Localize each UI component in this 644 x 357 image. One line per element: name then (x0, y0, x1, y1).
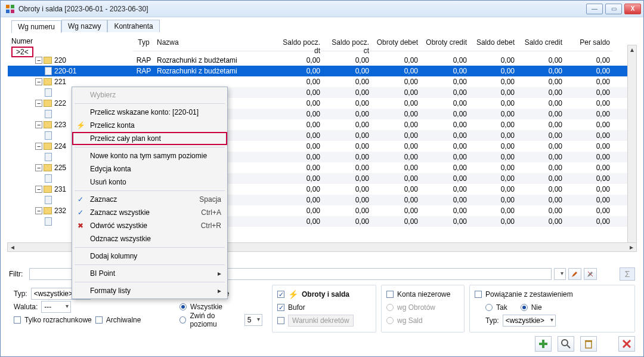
maximize-button[interactable]: ▭ (605, 4, 622, 14)
col-typ[interactable]: Typ (133, 35, 154, 51)
context-menu: Wybierz Przelicz wskazane konto: [220-01… (72, 87, 228, 299)
obroty-salda-checkbox[interactable] (277, 291, 284, 298)
nie-radio[interactable] (521, 304, 528, 311)
konta-niezerowe-label: Konta niezerowe (397, 290, 450, 298)
svg-rect-9 (586, 341, 592, 348)
svg-rect-3 (11, 10, 14, 13)
waluta-select[interactable]: --- (41, 301, 71, 313)
doc-icon (45, 67, 52, 75)
sigma-button[interactable]: Σ (620, 267, 635, 281)
typ-label: Typ: (14, 290, 27, 298)
folder-icon (44, 121, 52, 128)
col-saldo-debet[interactable]: Saldo debet (469, 35, 517, 51)
warunki-dekretow-button: Warunki dekretów (288, 315, 354, 327)
obroty-salda-label: Obroty i salda (302, 290, 349, 298)
ctx-dodaj-kolumny[interactable]: Dodaj kolumny (72, 250, 227, 263)
col-saldo-pocz-dt[interactable]: Saldo pocz. dt (274, 35, 323, 51)
ctx-przelicz-konta[interactable]: ⚡Przelicz konta (72, 119, 227, 132)
ctx-bi-point[interactable]: BI Point▸ (72, 267, 227, 280)
table-row[interactable]: RAPRozrachunki z budżetami0,000,000,000,… (133, 55, 636, 66)
warunki-checkbox[interactable] (277, 317, 284, 324)
ctx-edycja-konta[interactable]: Edycja konta (72, 162, 227, 176)
nie-label: Nie (531, 303, 542, 312)
powiazanie-checkbox[interactable] (475, 291, 482, 298)
archiwalne-label: Archiwalne (106, 316, 141, 324)
ctx-przelicz-caly-plan[interactable]: Przelicz cały plan kont (72, 132, 227, 145)
svg-rect-10 (585, 340, 592, 341)
filtr-dropdown[interactable] (554, 268, 566, 280)
close-button[interactable]: X (624, 4, 641, 14)
bolt-icon: ⚡ (76, 121, 85, 130)
tab-wg-numeru[interactable]: Wg numeru (11, 20, 61, 33)
ctx-odwroc-wszystkie[interactable]: ✖Odwróć wszystkieCtrl+R (72, 219, 227, 232)
wg-sald-label: wg Sald (397, 316, 423, 325)
ctx-usun-konto[interactable]: Usuń konto (72, 176, 227, 189)
archiwalne-checkbox[interactable] (95, 316, 103, 324)
cancel-button[interactable] (618, 336, 635, 352)
app-icon (5, 4, 15, 14)
tree-header-label: Numer (11, 37, 129, 45)
delete-button[interactable] (580, 336, 597, 352)
konta-niezerowe-checkbox[interactable] (386, 291, 394, 298)
bufor-checkbox[interactable] (277, 304, 284, 311)
ctx-formaty-listy[interactable]: Formaty listy▸ (72, 284, 227, 297)
col-nazwa[interactable]: Nazwa (154, 35, 274, 51)
search-button[interactable] (558, 336, 574, 352)
minimize-button[interactable]: — (586, 4, 603, 14)
tree-node[interactable]: −220 (8, 55, 133, 66)
col-per-saldo[interactable]: Per saldo (565, 35, 612, 51)
col-saldo-pocz-ct[interactable]: Saldo pocz. ct (323, 35, 371, 51)
doc-icon (45, 217, 52, 226)
col-obroty-debet[interactable]: Obroty debet (371, 35, 420, 51)
filtr-edit-button[interactable] (568, 268, 581, 280)
zwin-label: Zwiń do poziomu (190, 312, 240, 328)
filtr-clear-button[interactable] (584, 268, 597, 280)
wg-obrotow-label: wg Obrotów (397, 303, 435, 312)
doc-icon (45, 153, 52, 161)
svg-rect-0 (6, 5, 10, 8)
invert-icon: ✖ (76, 221, 85, 230)
ctx-zaznacz-wszystkie[interactable]: ✓Zaznacz wszystkieCtrl+A (72, 206, 227, 219)
bufor-label: Bufor (288, 303, 305, 312)
doc-icon (45, 174, 52, 183)
waluta-label: Waluta: (14, 303, 38, 311)
folder-icon (44, 100, 52, 107)
tab-kontrahenta[interactable]: Kontrahenta (107, 20, 159, 32)
table-row[interactable]: 0,000,000,000,000,000,000,00 (133, 76, 636, 87)
vertical-scrollbar[interactable]: ▴▾ (627, 45, 637, 252)
table-row[interactable]: RAPRozrachunki z budżetami0,000,000,000,… (133, 66, 636, 76)
folder-icon (44, 207, 52, 214)
col-obroty-credit[interactable]: Obroty credit (420, 35, 469, 51)
tylko-rozrachunkowe-checkbox[interactable] (14, 316, 21, 324)
powiazanie-label: Powiązanie z zestawieniem (485, 290, 573, 298)
window-title: Obroty i salda [2023-06-01 - 2023-06-30] (17, 5, 586, 13)
ctx-odznacz-wszystkie[interactable]: Odznacz wszystkie (72, 232, 227, 245)
wszystkie-label: Wszystkie (190, 303, 222, 311)
ctx-zaznacz[interactable]: ✓ZaznaczSpacja (72, 193, 227, 206)
tree-node[interactable]: −221 (8, 76, 133, 87)
right-typ-label: Typ: (485, 316, 499, 325)
folder-icon (44, 164, 52, 171)
wszystkie-radio[interactable] (179, 303, 187, 310)
titlebar: Obroty i salda [2023-06-01 - 2023-06-30]… (1, 1, 643, 17)
zwin-poziom-select[interactable]: 5 (244, 314, 262, 326)
doc-icon (45, 196, 52, 204)
svg-rect-1 (11, 5, 14, 8)
tree-node[interactable]: 220-01 (8, 66, 133, 76)
svg-rect-6 (539, 343, 547, 345)
bolt-icon: ⚡ (288, 290, 298, 299)
ctx-wybierz: Wybierz (72, 88, 227, 101)
folder-icon (44, 57, 52, 64)
filtr-label: Filtr: (9, 270, 27, 278)
tab-bar: Wg numeru Wg nazwy Kontrahenta (1, 17, 643, 32)
add-button[interactable] (535, 336, 552, 352)
col-saldo-credit[interactable]: Saldo credit (517, 35, 565, 51)
zwin-radio[interactable] (179, 316, 186, 324)
ctx-przelicz-wskazane[interactable]: Przelicz wskazane konto: [220-01] (72, 106, 227, 119)
tab-wg-nazwy[interactable]: Wg nazwy (61, 20, 107, 32)
ctx-nowe-konto[interactable]: Nowe konto na tym samym poziomie (72, 149, 227, 162)
check-icon: ✓ (76, 195, 85, 204)
tak-radio[interactable] (485, 304, 493, 311)
right-typ-select[interactable]: <wszystkie> (503, 315, 556, 327)
svg-rect-2 (6, 10, 10, 13)
